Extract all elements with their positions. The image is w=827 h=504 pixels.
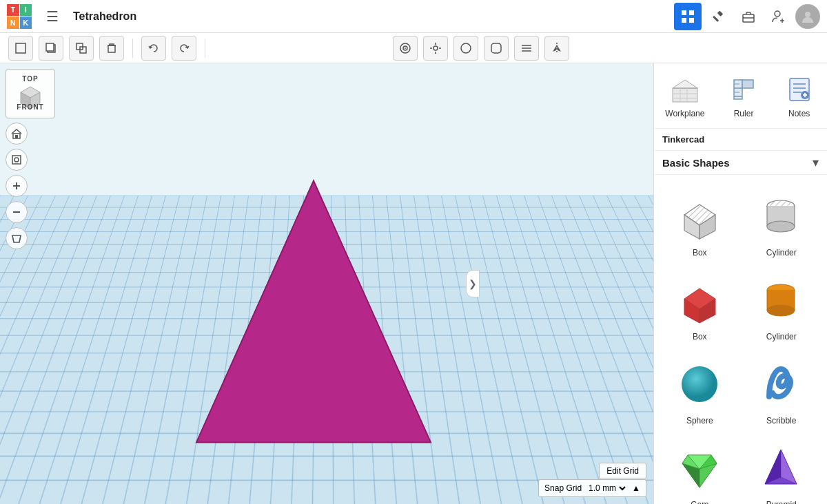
shape-pyramid[interactable]: Pyramid xyxy=(744,437,819,504)
svg-rect-12 xyxy=(16,43,25,53)
svg-point-26 xyxy=(461,43,471,53)
avatar-icon xyxy=(800,9,815,24)
svg-rect-14 xyxy=(46,43,54,51)
svg-rect-3 xyxy=(689,18,694,23)
box-wire-label: Box xyxy=(693,248,707,258)
add-user-button[interactable] xyxy=(765,3,793,30)
align-button[interactable] xyxy=(514,36,539,61)
perspective-button[interactable] xyxy=(6,227,28,249)
shape-tool-2[interactable] xyxy=(484,36,509,61)
tinkercad-logo[interactable]: T I N K xyxy=(7,4,32,29)
zoom-in-button[interactable] xyxy=(6,175,28,197)
sphere-icon xyxy=(672,357,727,412)
shape-cylinder-wire[interactable]: Cylinder xyxy=(744,185,819,262)
shape-scribble[interactable]: Scribble xyxy=(744,353,819,430)
duplicate-icon xyxy=(75,42,88,54)
svg-point-8 xyxy=(775,11,780,17)
basic-shapes-label: Basic Shapes xyxy=(662,157,730,169)
camera-button[interactable] xyxy=(393,36,418,61)
svg-rect-40 xyxy=(12,156,21,164)
panel-toggle-button[interactable]: ❯ xyxy=(466,270,480,297)
duplicate-button[interactable] xyxy=(69,36,94,61)
light-button[interactable] xyxy=(423,36,448,61)
workplane-tool[interactable]: Workplane xyxy=(660,70,710,121)
shape-box-solid[interactable]: Box xyxy=(662,269,737,346)
shape-tool-1[interactable] xyxy=(453,36,478,61)
svg-point-11 xyxy=(805,12,810,17)
svg-rect-4 xyxy=(717,10,723,16)
delete-button[interactable] xyxy=(99,36,124,61)
pyramid-icon xyxy=(754,441,809,496)
fit-icon xyxy=(11,154,22,165)
logo-n: N xyxy=(7,17,19,29)
workplane-label: Workplane xyxy=(665,109,704,118)
fit-view-button[interactable] xyxy=(6,149,28,171)
canvas-viewport[interactable]: TOP FRONT xyxy=(0,63,653,504)
svg-marker-33 xyxy=(557,45,561,52)
svg-point-21 xyxy=(433,46,438,50)
redo-button[interactable] xyxy=(172,36,196,61)
panel-header: Tinkercad xyxy=(654,129,827,151)
home-view-button[interactable] xyxy=(6,123,28,145)
box-solid-label: Box xyxy=(693,332,707,342)
grid-view-button[interactable] xyxy=(674,3,702,30)
svg-point-41 xyxy=(14,158,19,162)
shapes-dropdown-button[interactable]: ▾ xyxy=(813,155,819,170)
svg-rect-48 xyxy=(673,88,697,102)
user-avatar[interactable] xyxy=(795,4,820,29)
cylinder-wire-icon xyxy=(754,189,809,244)
svg-rect-1 xyxy=(689,10,694,15)
toolbar-separator-2 xyxy=(205,39,205,58)
logo-t: T xyxy=(7,4,19,17)
ruler-label: Ruler xyxy=(734,109,754,118)
briefcase-button[interactable] xyxy=(735,3,762,30)
notes-tool[interactable]: Notes xyxy=(777,70,821,121)
svg-marker-60 xyxy=(742,80,753,88)
new-button[interactable] xyxy=(8,36,33,61)
redo-icon xyxy=(178,42,190,54)
mirror-button[interactable] xyxy=(544,36,569,61)
top-navigation-bar: T I N K ☰ Tetrahedron xyxy=(0,0,827,33)
zoom-in-icon xyxy=(11,180,22,191)
view-cube[interactable]: TOP FRONT xyxy=(6,69,55,118)
undo-button[interactable] xyxy=(141,36,166,61)
delete-icon xyxy=(105,42,118,54)
new-icon xyxy=(14,42,27,54)
tinkercad-label: Tinkercad xyxy=(662,134,704,145)
panel-tools: Workplane Ruler xyxy=(654,63,827,129)
notes-icon xyxy=(783,73,816,106)
shape-cylinder-solid[interactable]: Cylinder xyxy=(744,269,819,346)
chevron-icon: ❯ xyxy=(469,278,477,289)
ruler-tool[interactable]: Ruler xyxy=(722,70,766,121)
menu-icon-button[interactable]: ☰ xyxy=(39,3,66,30)
hammer-button[interactable] xyxy=(704,3,732,30)
view-cube-top-label: TOP xyxy=(22,75,38,83)
tetrahedron-shape[interactable] xyxy=(183,167,445,459)
svg-point-20 xyxy=(405,48,406,49)
svg-rect-0 xyxy=(682,10,686,15)
copy-button[interactable] xyxy=(39,36,63,61)
box-wire-icon xyxy=(672,189,727,244)
light-icon xyxy=(429,42,442,54)
svg-rect-39 xyxy=(15,135,18,138)
edit-grid-button[interactable]: Edit Grid xyxy=(599,463,646,479)
tetrahedron-svg xyxy=(183,167,445,456)
undo-icon xyxy=(147,42,160,54)
svg-rect-27 xyxy=(491,43,501,53)
mirror-icon xyxy=(551,42,563,54)
snap-grid-control: Snap Grid 1.0 mm 0.5 mm 2.0 mm 5.0 mm ▲ xyxy=(538,479,646,497)
perspective-icon xyxy=(11,233,22,244)
cylinder-wire-label: Cylinder xyxy=(766,248,797,258)
zoom-out-button[interactable] xyxy=(6,201,28,223)
shape-box-wire[interactable]: Box xyxy=(662,185,737,262)
shape-sphere[interactable]: Sphere xyxy=(662,353,737,430)
briefcase-icon xyxy=(742,10,755,23)
svg-rect-17 xyxy=(108,45,115,52)
workplane-icon xyxy=(668,73,702,106)
add-user-icon xyxy=(771,9,786,24)
home-icon xyxy=(11,128,22,139)
topbar-right-actions xyxy=(674,3,820,30)
snap-grid-chevron: ▲ xyxy=(632,483,640,493)
shape-gem[interactable]: Gem xyxy=(662,437,737,504)
snap-grid-select[interactable]: 1.0 mm 0.5 mm 2.0 mm 5.0 mm xyxy=(586,483,628,494)
